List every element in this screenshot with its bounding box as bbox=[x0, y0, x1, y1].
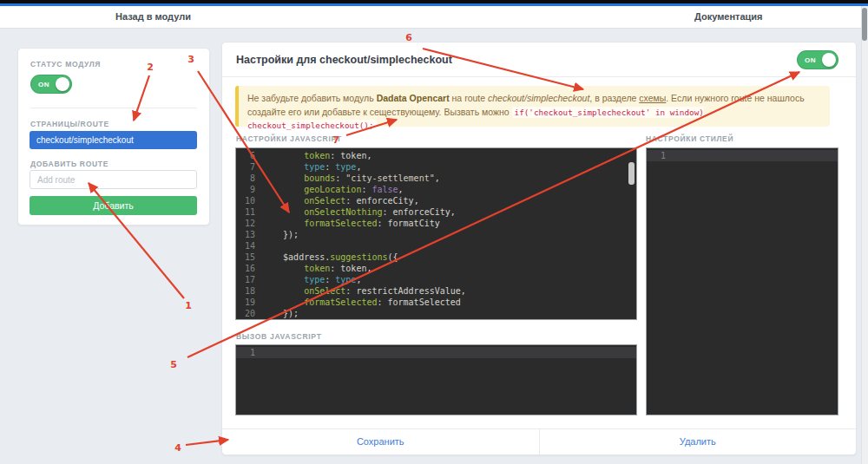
code-text: }); bbox=[255, 308, 299, 319]
alert-text: Не забудьте добавить модуль bbox=[247, 93, 377, 103]
code-line: 14 bbox=[236, 240, 636, 252]
divider bbox=[30, 108, 197, 108]
code-text bbox=[666, 150, 673, 161]
js-call-editor[interactable]: 1 bbox=[235, 344, 637, 415]
line-number: 14 bbox=[236, 240, 255, 252]
add-route-button[interactable]: Добавить bbox=[30, 196, 197, 215]
save-button[interactable]: Сохранить bbox=[222, 429, 539, 454]
module-status-label: СТАТУС МОДУЛЯ bbox=[30, 60, 101, 69]
code-text: geoLocation: false, bbox=[255, 184, 404, 195]
line-number: 1 bbox=[236, 347, 255, 358]
panel-footer: Сохранить Удалить bbox=[222, 428, 856, 454]
code-line: 1 bbox=[236, 347, 636, 358]
code-text: }); bbox=[255, 229, 299, 240]
code-line: 18 onSelect: restrictAddressValue, bbox=[236, 285, 636, 297]
line-number: 19 bbox=[236, 297, 255, 308]
code-text: onSelectNothing: enforceCity, bbox=[255, 206, 456, 218]
js-settings-label: НАСТРОЙКИ JAVASCRIPT bbox=[236, 134, 342, 143]
code-text: type: type, bbox=[255, 161, 361, 173]
back-to-modules-link[interactable]: Назад в модули bbox=[115, 6, 191, 28]
module-sidebar: СТАТУС МОДУЛЯ ON СТРАНИЦЫ/ROUTE checkout… bbox=[17, 48, 210, 225]
line-number: 1 bbox=[647, 150, 666, 161]
line-number: 18 bbox=[236, 285, 255, 297]
code-text bbox=[255, 319, 262, 320]
alert-text: на route bbox=[450, 93, 488, 103]
code-text: formatSelected: formatSelected bbox=[255, 297, 461, 308]
code-line: 17 type: type, bbox=[236, 274, 636, 285]
line-number: 13 bbox=[236, 229, 255, 240]
code-line: 7 type: type, bbox=[236, 161, 636, 173]
styles-settings-editor[interactable]: 1 bbox=[646, 147, 838, 415]
code-line: 9 geoLocation: false, bbox=[236, 184, 636, 195]
line-number: 9 bbox=[236, 184, 255, 195]
schemes-link[interactable]: схемы bbox=[639, 93, 666, 103]
code-text: $address.suggestions({ bbox=[255, 252, 398, 263]
alert-text: , в разделе bbox=[589, 93, 639, 103]
code-text: type: type, bbox=[255, 274, 361, 285]
panel-title: Настройки для checkout/simplecheckout bbox=[236, 54, 452, 66]
line-number: 6 bbox=[236, 150, 255, 161]
code-line: 16 token: token, bbox=[236, 263, 636, 274]
code-text: onSelect: enforceCity, bbox=[255, 195, 419, 206]
module-status-toggle[interactable]: ON bbox=[30, 75, 72, 94]
code-line: 8 bounds: "city-settlement", bbox=[236, 173, 636, 184]
code-text: onSelect: restrictAddressValue, bbox=[255, 285, 466, 297]
line-number: 12 bbox=[236, 218, 255, 229]
js-settings-editor[interactable]: 6 token: token,7 type: type,8 bounds: "c… bbox=[235, 147, 637, 320]
code-line: 19 formatSelected: formatSelected bbox=[236, 297, 636, 308]
page: Назад в модули Документация СТАТУС МОДУЛ… bbox=[0, 0, 868, 464]
line-number: 11 bbox=[236, 206, 255, 218]
code-text bbox=[255, 240, 262, 252]
route-settings-panel: Настройки для checkout/simplecheckout ON… bbox=[221, 42, 857, 455]
alert-route-text: checkout/simplecheckout bbox=[488, 93, 589, 103]
line-number: 10 bbox=[236, 195, 255, 206]
documentation-link[interactable]: Документация bbox=[694, 6, 763, 28]
navbar: Назад в модули Документация bbox=[0, 6, 868, 29]
toggle-state-label: ON bbox=[38, 81, 49, 88]
code-line: 21 bbox=[236, 319, 636, 320]
code-line: 6 token: token, bbox=[236, 150, 636, 161]
js-call-label: ВЫЗОВ JAVASCRIPT bbox=[236, 332, 322, 341]
annotation-number-1: 1 bbox=[185, 300, 192, 311]
code-text: formatSelected: formatCity bbox=[255, 218, 440, 229]
add-route-input[interactable] bbox=[30, 170, 197, 189]
code-line: 15 $address.suggestions({ bbox=[236, 252, 636, 263]
editor-scrollbar-thumb[interactable] bbox=[628, 162, 635, 185]
line-number: 21 bbox=[236, 319, 255, 320]
route-status-toggle[interactable]: ON bbox=[797, 50, 838, 69]
delete-button[interactable]: Удалить bbox=[539, 429, 857, 454]
add-route-label: ДОБАВИТЬ ROUTE bbox=[30, 160, 108, 168]
annotation-number-4: 4 bbox=[174, 442, 181, 454]
line-number: 15 bbox=[236, 252, 255, 263]
toggle-knob-icon bbox=[822, 53, 836, 67]
code-line: 13 }); bbox=[236, 229, 636, 240]
code-line: 1 bbox=[647, 150, 838, 161]
annotation-number-5: 5 bbox=[170, 359, 177, 370]
code-text bbox=[255, 347, 262, 358]
styles-settings-label: НАСТРОЙКИ СТИЛЕЙ bbox=[646, 134, 733, 143]
line-number: 20 bbox=[236, 308, 255, 319]
toggle-state-label: ON bbox=[805, 56, 816, 64]
code-text: token: token, bbox=[255, 263, 372, 274]
route-list-item-active[interactable]: checkout/simplecheckout bbox=[30, 131, 197, 149]
code-text: bounds: "city-settlement", bbox=[255, 173, 440, 184]
code-line: 11 onSelectNothing: enforceCity, bbox=[236, 206, 636, 218]
code-line: 20 }); bbox=[236, 308, 636, 319]
line-number: 16 bbox=[236, 263, 255, 274]
toggle-knob-icon bbox=[56, 77, 69, 91]
routes-label: СТРАНИЦЫ/ROUTE bbox=[30, 120, 109, 128]
line-number: 7 bbox=[236, 161, 255, 173]
code-line: 10 onSelect: enforceCity, bbox=[236, 195, 636, 206]
code-line: 12 formatSelected: formatCity bbox=[236, 218, 636, 229]
warning-alert: Не забудьте добавить модуль Dadata Openc… bbox=[235, 86, 830, 127]
line-number: 17 bbox=[236, 274, 255, 285]
alert-bold-text: Dadata Opencart bbox=[377, 93, 450, 103]
panel-header: Настройки для checkout/simplecheckout ON bbox=[222, 42, 856, 77]
line-number: 8 bbox=[236, 173, 255, 184]
page-scrollbar-track[interactable] bbox=[861, 6, 868, 464]
page-scrollbar-thumb[interactable] bbox=[862, 8, 867, 41]
code-text: token: token, bbox=[255, 150, 372, 161]
